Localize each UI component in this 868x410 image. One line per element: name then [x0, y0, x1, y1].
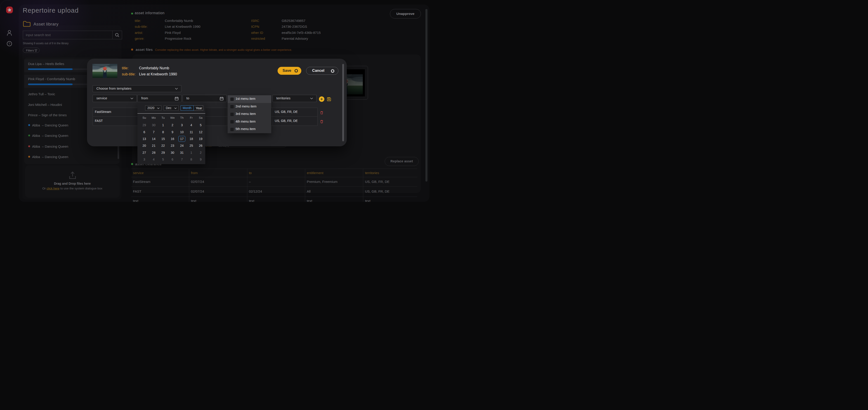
- svg-text:?: ?: [8, 42, 10, 45]
